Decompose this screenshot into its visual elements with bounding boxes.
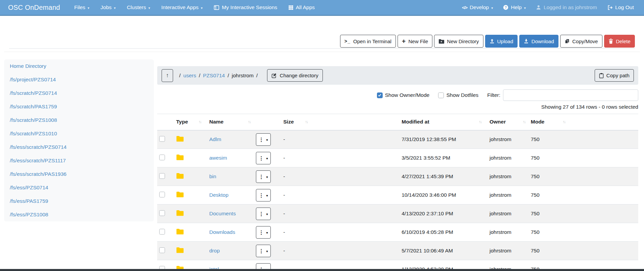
sort-icons[interactable]: ↑↓ <box>523 120 526 124</box>
nav-files-menu[interactable]: Files ▾ <box>74 4 90 10</box>
row-checkbox[interactable] <box>159 247 165 253</box>
sort-icons[interactable]: ↑↓ <box>563 120 566 124</box>
nav-clusters-menu[interactable]: Clusters ▾ <box>127 4 150 10</box>
filter-input[interactable] <box>503 89 638 101</box>
folder-icon <box>176 173 184 179</box>
sort-icons[interactable]: ↑↓ <box>199 120 201 124</box>
column-header-size[interactable]: Size ↑↓ <box>278 114 313 130</box>
up-directory-button[interactable]: ↑ <box>162 69 173 82</box>
filler-cell <box>568 242 638 260</box>
app-brand[interactable]: OSC OnDemand <box>8 4 60 11</box>
new-directory-button[interactable]: New Directory <box>434 35 483 48</box>
caret-down-icon: ▾ <box>148 6 150 10</box>
nav-all-apps[interactable]: All Apps <box>288 4 315 10</box>
breadcrumb-link-project[interactable]: PZS0714 <box>203 73 225 79</box>
row-actions-dropdown[interactable]: ⋮ ▾ <box>256 133 271 146</box>
row-actions-dropdown[interactable]: ⋮ ▾ <box>256 226 271 239</box>
breadcrumb-bar: ↑ / users / PZS0714 / johrstrom / Change… <box>157 66 638 85</box>
copy-icon <box>565 38 570 44</box>
sidebar-item-filesystem-path[interactable]: /fs/ess/scratch/PAS1936 <box>4 167 154 181</box>
file-name-link[interactable]: Desktop <box>209 192 229 198</box>
file-toolbar: >_ Open in Terminal + New File New Direc… <box>340 35 635 48</box>
folder-icon <box>176 228 184 235</box>
sidebar-item-filesystem-path[interactable]: /fs/scratch/PZS1010 <box>4 127 154 140</box>
file-mode: 750 <box>528 167 568 186</box>
column-header-mode[interactable]: Mode ↑↓ <box>528 114 568 130</box>
file-mode: 750 <box>528 186 568 205</box>
file-name-link[interactable]: awesim <box>209 155 227 161</box>
table-row: Desktop ⋮ ▾ - 10/14/2020 3:46:00 PM johr… <box>157 186 638 205</box>
sidebar-item-filesystem-path[interactable]: /fs/ess/scratch/PZS1117 <box>4 154 154 167</box>
row-actions-dropdown[interactable]: ⋮ ▾ <box>256 245 271 257</box>
row-checkbox[interactable] <box>159 210 165 216</box>
sort-icons[interactable]: ↑↓ <box>479 120 482 124</box>
column-header-type[interactable]: Type ↑↓ <box>171 114 207 130</box>
breadcrumb: / users / PZS0714 / johrstrom / <box>179 73 258 79</box>
sidebar-item-filesystem-path[interactable]: /fs/ess/PAS1759 <box>4 194 154 208</box>
sidebar-item-filesystem-path[interactable]: /fs/ess/scratch/PZS0714 <box>4 140 154 154</box>
code-icon: </> <box>462 5 468 10</box>
show-dotfiles-label: Show Dotfiles <box>446 92 478 98</box>
file-owner: johrstrom <box>487 205 528 223</box>
file-name-link[interactable]: Documents <box>209 211 236 216</box>
sidebar-item-filesystem-path[interactable]: /fs/project/PZS0714 <box>4 73 154 86</box>
spacer-cell <box>313 186 396 205</box>
file-name-link[interactable]: Downloads <box>209 229 235 235</box>
column-header-owner[interactable]: Owner ↑↓ <box>487 114 528 130</box>
row-checkbox[interactable] <box>159 155 165 160</box>
log-out-link[interactable]: Log Out <box>607 4 634 10</box>
file-modified: 7/31/2019 12:38:55 PM <box>396 130 487 149</box>
row-actions-dropdown[interactable]: ⋮ ▾ <box>256 170 271 183</box>
caret-down-icon: ▾ <box>524 6 526 10</box>
section-divider <box>4 52 640 52</box>
row-actions-dropdown[interactable]: ⋮ ▾ <box>256 189 271 201</box>
filler-cell <box>568 205 638 223</box>
filler-cell <box>568 149 638 167</box>
sidebar-item-filesystem-path[interactable]: /fs/scratch/PAS1759 <box>4 100 154 113</box>
sort-icons[interactable]: ↑↓ <box>305 120 308 124</box>
file-name-link[interactable]: bin <box>209 173 216 179</box>
copy-path-button[interactable]: Copy path <box>595 69 634 82</box>
show-dotfiles-checkbox[interactable] <box>438 92 444 98</box>
new-file-button[interactable]: + New File <box>398 35 432 48</box>
column-header-name[interactable]: Name ↑↓ <box>207 114 253 130</box>
nav-my-interactive-sessions[interactable]: My Interactive Sessions <box>214 4 277 10</box>
row-checkbox[interactable] <box>159 192 165 197</box>
sidebar-item-home-directory[interactable]: Home Directory <box>4 59 154 73</box>
row-checkbox[interactable] <box>159 229 165 235</box>
file-mode: 750 <box>528 223 568 242</box>
caret-down-icon: ▾ <box>266 138 268 142</box>
sidebar-item-filesystem-path[interactable]: /fs/scratch/PZS1008 <box>4 113 154 127</box>
spacer-cell <box>313 149 396 167</box>
breadcrumb-current: johrstrom <box>232 73 254 79</box>
sort-icons[interactable]: ↑↓ <box>248 120 251 124</box>
open-in-terminal-button[interactable]: >_ Open in Terminal <box>340 35 396 48</box>
nav-develop-menu[interactable]: </> Develop ▾ <box>462 4 493 10</box>
terminal-icon: >_ <box>344 38 351 44</box>
kebab-icon: ⋮ <box>259 137 264 142</box>
column-header-modified[interactable]: Modified at ↑↓ <box>396 114 487 130</box>
upload-button[interactable]: Upload <box>485 35 518 48</box>
sidebar-item-filesystem-path[interactable]: /fs/ess/PZS1008 <box>4 208 154 221</box>
show-owner-mode-checkbox[interactable] <box>377 92 383 98</box>
sidebar-item-filesystem-path[interactable]: /fs/scratch/PZS0714 <box>4 86 154 100</box>
copy-move-button[interactable]: Copy/Move <box>560 35 602 48</box>
row-checkbox[interactable] <box>159 173 165 179</box>
change-directory-button[interactable]: Change directory <box>267 69 323 82</box>
delete-button[interactable]: Delete <box>604 35 635 48</box>
spacer-cell <box>313 167 396 186</box>
row-actions-dropdown[interactable]: ⋮ ▾ <box>256 208 271 220</box>
nav-jobs-menu[interactable]: Jobs ▾ <box>100 4 116 10</box>
column-header-filler <box>568 114 638 130</box>
file-owner: johrstrom <box>487 242 528 260</box>
kebab-icon: ⋮ <box>259 156 264 161</box>
row-checkbox[interactable] <box>159 136 165 142</box>
sidebar-item-filesystem-path[interactable]: /fs/ess/PZS0714 <box>4 181 154 194</box>
file-name-link[interactable]: Adlm <box>209 136 221 142</box>
nav-interactive-apps-menu[interactable]: Interactive Apps ▾ <box>161 4 202 10</box>
file-name-link[interactable]: drop <box>209 248 220 253</box>
download-button[interactable]: Download <box>519 35 558 48</box>
row-actions-dropdown[interactable]: ⋮ ▾ <box>256 152 271 164</box>
nav-help-menu[interactable]: ? Help ▾ <box>503 4 526 10</box>
breadcrumb-link-users[interactable]: users <box>183 73 196 79</box>
